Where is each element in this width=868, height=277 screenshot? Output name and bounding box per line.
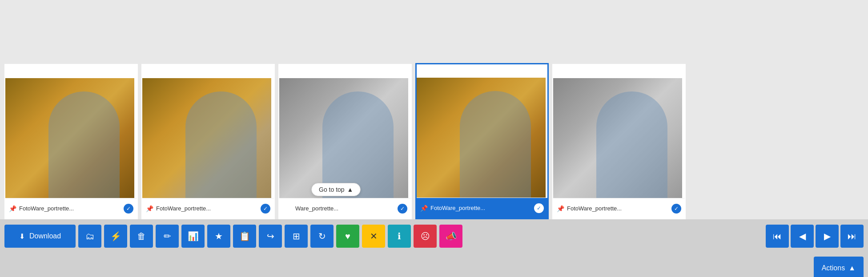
actions-button[interactable]: Actions ▲ bbox=[814, 257, 864, 277]
check-icon-5[interactable]: ✓ bbox=[671, 204, 681, 214]
trash-button[interactable]: 🗑 bbox=[130, 225, 153, 248]
card-footer-5: 📌 FotoWare_portrette... ✓ bbox=[553, 198, 685, 218]
card-top-5 bbox=[553, 65, 685, 78]
gallery-area: 📌 FotoWare_portrette... ✓ 📌 FotoWare_por… bbox=[0, 0, 868, 219]
photo-image-5[interactable] bbox=[553, 78, 682, 198]
go-to-top-label: Go to top bbox=[319, 186, 345, 193]
crop-button[interactable]: ⊞ bbox=[285, 225, 308, 248]
photo-image-2[interactable] bbox=[142, 78, 271, 198]
last-icon: ⏭ bbox=[848, 231, 856, 241]
close-button[interactable]: ✕ bbox=[362, 225, 385, 248]
photo-card-5[interactable]: 📌 FotoWare_portrette... ✓ bbox=[552, 64, 686, 219]
chart-button[interactable]: 📊 bbox=[181, 225, 205, 248]
filename-2: FotoWare_portrette... bbox=[156, 205, 258, 212]
photo-image-4[interactable] bbox=[417, 78, 546, 198]
go-to-top-button[interactable]: Go to top ▲ bbox=[311, 183, 361, 196]
info-icon: ℹ bbox=[398, 231, 401, 241]
toolbar: ⬇ Download 🗂 ⚡ 🗑 ✏ 📊 ★ 📋 ↪ ⊞ bbox=[0, 219, 868, 277]
card-top-4 bbox=[417, 64, 547, 78]
share-icon: ⚡ bbox=[110, 231, 121, 241]
card-footer-2: 📌 FotoWare_portrette... ✓ bbox=[142, 198, 274, 218]
megaphone-button[interactable]: 📣 bbox=[439, 225, 462, 248]
chevron-up-icon: ▲ bbox=[347, 186, 354, 193]
first-button[interactable]: ⏮ bbox=[766, 225, 789, 248]
star-icon: ★ bbox=[215, 231, 223, 241]
pin-icon-2: 📌 bbox=[146, 205, 153, 212]
heart-icon: ♥ bbox=[345, 231, 350, 241]
download-label: Download bbox=[29, 232, 61, 240]
megaphone-icon: 📣 bbox=[446, 231, 457, 241]
export-button[interactable]: ↪ bbox=[259, 225, 282, 248]
download-icon: ⬇ bbox=[19, 232, 25, 241]
copy-button[interactable]: 📋 bbox=[233, 225, 256, 248]
briefcase-button[interactable]: 🗂 bbox=[78, 225, 101, 248]
next-icon: ▶ bbox=[824, 231, 831, 241]
check-icon-1[interactable]: ✓ bbox=[124, 204, 133, 214]
toolbar-actions-row: Actions ▲ bbox=[0, 253, 868, 277]
face-button[interactable]: ☹ bbox=[414, 225, 437, 248]
card-footer-1: 📌 FotoWare_portrette... ✓ bbox=[5, 198, 137, 218]
pin-icon-4: 📌 bbox=[420, 205, 428, 212]
photo-image-1[interactable] bbox=[5, 78, 134, 198]
face-icon: ☹ bbox=[421, 231, 430, 241]
photo-image-3[interactable] bbox=[279, 78, 408, 198]
photo-card-2[interactable]: 📌 FotoWare_portrette... ✓ bbox=[141, 64, 275, 219]
filename-5: FotoWare_portrette... bbox=[567, 205, 669, 212]
toolbar-main-row: ⬇ Download 🗂 ⚡ 🗑 ✏ 📊 ★ 📋 ↪ ⊞ bbox=[0, 219, 868, 253]
card-footer-4: 📌 FotoWare_portrette... ✓ bbox=[417, 198, 547, 218]
share-button[interactable]: ⚡ bbox=[104, 225, 127, 248]
edit-icon: ✏ bbox=[164, 231, 171, 241]
close-icon: ✕ bbox=[370, 231, 378, 241]
refresh-icon: ↻ bbox=[318, 231, 326, 241]
export-icon: ↪ bbox=[267, 231, 274, 241]
chart-icon: 📊 bbox=[188, 231, 199, 241]
filename-4: FotoWare_portrette... bbox=[430, 205, 531, 211]
briefcase-icon: 🗂 bbox=[85, 231, 94, 241]
trash-icon: 🗑 bbox=[137, 231, 146, 241]
prev-icon: ◀ bbox=[799, 231, 806, 241]
actions-chevron-icon: ▲ bbox=[848, 264, 856, 272]
next-button[interactable]: ▶ bbox=[816, 225, 839, 248]
photo-card-1[interactable]: 📌 FotoWare_portrette... ✓ bbox=[4, 64, 138, 219]
prev-button[interactable]: ◀ bbox=[791, 225, 814, 248]
last-button[interactable]: ⏭ bbox=[840, 225, 864, 248]
heart-button[interactable]: ♥ bbox=[336, 225, 359, 248]
check-icon-4[interactable]: ✓ bbox=[534, 203, 544, 213]
card-top-1 bbox=[5, 65, 137, 78]
card-top-3 bbox=[279, 65, 411, 78]
check-icon-2[interactable]: ✓ bbox=[261, 204, 270, 214]
check-icon-3[interactable]: ✓ bbox=[398, 204, 407, 214]
download-button[interactable]: ⬇ Download bbox=[4, 225, 76, 248]
pin-icon-5: 📌 bbox=[557, 205, 564, 212]
photo-card-4[interactable]: 📌 FotoWare_portrette... ✓ bbox=[415, 63, 549, 219]
filename-3: Ware_portrette... bbox=[295, 205, 395, 212]
star-button[interactable]: ★ bbox=[207, 225, 230, 248]
first-icon: ⏮ bbox=[773, 231, 782, 241]
pin-icon-1: 📌 bbox=[9, 205, 16, 212]
actions-label: Actions bbox=[822, 264, 845, 272]
copy-icon: 📋 bbox=[239, 231, 250, 241]
card-top-2 bbox=[142, 65, 274, 78]
info-button[interactable]: ℹ bbox=[388, 225, 411, 248]
refresh-button[interactable]: ↻ bbox=[310, 225, 334, 248]
filename-1: FotoWare_portrette... bbox=[19, 205, 121, 212]
crop-icon: ⊞ bbox=[293, 231, 300, 241]
edit-button[interactable]: ✏ bbox=[156, 225, 179, 248]
nav-group: ⏮ ◀ ▶ ⏭ bbox=[766, 225, 864, 248]
card-footer-3: Ware_portrette... ✓ bbox=[279, 198, 411, 218]
